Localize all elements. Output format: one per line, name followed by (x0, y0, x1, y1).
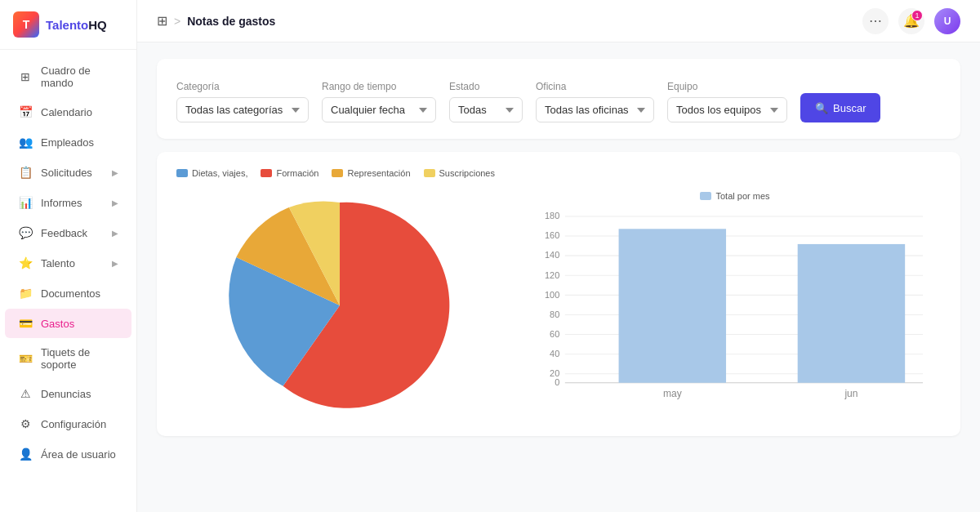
pie-chart-section (176, 191, 503, 420)
search-icon: 🔍 (815, 102, 828, 114)
svg-text:jun: jun (844, 388, 858, 399)
chevron-icon: ▶ (112, 168, 118, 177)
svg-text:160: 160 (545, 230, 559, 240)
svg-text:0: 0 (555, 377, 559, 387)
nav-icon-informes: 📊 (18, 195, 33, 210)
nav-label-calendario: Calendario (41, 106, 92, 118)
notification-badge: 1 (911, 10, 923, 21)
sidebar-item-talento[interactable]: ⭐ Talento ▶ (5, 248, 131, 278)
sidebar-item-area[interactable]: 👤 Área de usuario (5, 439, 131, 469)
svg-text:120: 120 (545, 270, 559, 280)
estado-select[interactable]: Todas (449, 97, 523, 122)
categoria-select[interactable]: Todas las categorías (176, 97, 309, 122)
sidebar-item-calendario[interactable]: 📅 Calendario (5, 97, 131, 127)
search-label: Buscar (833, 102, 866, 114)
legend-dot-representacion (332, 169, 343, 177)
nav-label-solicitudes: Solicitudes (41, 167, 92, 179)
sidebar-nav: ⊞ Cuadro de mando 📅 Calendario 👥 Emplead… (0, 53, 136, 512)
bar-legend-dot (700, 192, 711, 200)
svg-text:may: may (663, 388, 682, 399)
svg-text:140: 140 (545, 250, 559, 260)
legend-dot-formacion (261, 169, 272, 177)
equipo-group: Equipo Todos los equipos (667, 81, 787, 122)
sidebar-item-tiquets[interactable]: 🎫 Tiquets de soporte (5, 339, 131, 378)
legend-item-representacion: Representación (332, 168, 410, 178)
equipo-label: Equipo (667, 81, 787, 92)
legend-item-suscripciones: Suscripciones (424, 168, 495, 178)
topbar-left: ⊞ > Notas de gastos (157, 13, 275, 29)
topbar: ⊞ > Notas de gastos ⋯ 🔔 1 U (137, 0, 980, 42)
nav-icon-denuncias: ⚠ (18, 386, 33, 401)
legend-label-dietas: Dietas, viajes, (192, 168, 247, 178)
chevron-icon: ▶ (112, 198, 118, 207)
main-content: ⊞ > Notas de gastos ⋯ 🔔 1 U Categoría To… (137, 0, 980, 512)
more-options-button[interactable]: ⋯ (862, 8, 889, 34)
pie-chart (225, 191, 454, 420)
nav-icon-talento: ⭐ (18, 256, 33, 270)
rango-select[interactable]: Cualquier fecha (322, 97, 436, 122)
nav-label-denuncias: Denuncias (41, 388, 91, 400)
sidebar-item-configuracion[interactable]: ⚙ Configuración (5, 409, 131, 439)
bar-may (619, 229, 726, 382)
bar-legend-label: Total por mes (715, 191, 769, 201)
nav-icon-area: 👤 (18, 447, 33, 461)
sidebar-item-empleados[interactable]: 👥 Empleados (5, 127, 131, 157)
sidebar-item-gastos[interactable]: 💳 Gastos (5, 309, 131, 338)
nav-label-documentos: Documentos (41, 287, 100, 300)
estado-label: Estado (449, 81, 523, 92)
legend-dot-dietas (176, 169, 188, 177)
nav-label-cuadro: Cuadro de mando (41, 65, 118, 89)
legend-item-formacion: Formación (261, 168, 318, 178)
bar-jun (798, 244, 905, 383)
sidebar-item-solicitudes[interactable]: 📋 Solicitudes ▶ (5, 158, 131, 187)
content-area: Categoría Todas las categorías Rango de … (137, 42, 980, 512)
estado-group: Estado Todas (449, 81, 523, 122)
avatar[interactable]: U (934, 8, 960, 34)
nav-label-empleados: Empleados (41, 136, 94, 149)
sidebar-item-cuadro[interactable]: ⊞ Cuadro de mando (5, 57, 131, 96)
oficina-group: Oficina Todas las oficinas (536, 81, 654, 122)
charts-layout: Total por mes (176, 191, 941, 420)
breadcrumb-separator: > (174, 15, 180, 28)
notifications-button[interactable]: 🔔 1 (898, 8, 924, 34)
logo-icon: T (13, 11, 39, 38)
chevron-icon: ▶ (112, 229, 118, 238)
sidebar-item-denuncias[interactable]: ⚠ Denuncias (5, 379, 131, 408)
nav-icon-documentos: 📁 (18, 286, 33, 301)
oficina-label: Oficina (536, 81, 654, 92)
nav-icon-calendario: 📅 (18, 105, 33, 119)
nav-icon-solicitudes: 📋 (18, 165, 33, 180)
sidebar-item-documentos[interactable]: 📁 Documentos (5, 278, 131, 308)
bar-chart-legend: Total por mes (529, 191, 941, 201)
categoria-group: Categoría Todas las categorías (176, 81, 309, 122)
svg-text:20: 20 (550, 368, 559, 378)
pie-svg (225, 191, 454, 420)
nav-label-informes: Informes (41, 197, 82, 209)
nav-icon-configuracion: ⚙ (18, 416, 33, 431)
categoria-label: Categoría (176, 81, 309, 92)
nav-label-gastos: Gastos (41, 318, 74, 330)
rango-label: Rango de tiempo (322, 81, 436, 92)
svg-text:40: 40 (550, 349, 559, 358)
nav-label-talento: Talento (41, 257, 75, 269)
legend-label-formacion: Formación (276, 168, 318, 178)
nav-icon-cuadro: ⊞ (18, 69, 33, 84)
oficina-select[interactable]: Todas las oficinas (536, 97, 654, 122)
filter-card: Categoría Todas las categorías Rango de … (157, 59, 960, 139)
search-button[interactable]: 🔍 Buscar (800, 93, 880, 122)
sidebar-item-feedback[interactable]: 💬 Feedback ▶ (5, 218, 131, 247)
nav-icon-feedback: 💬 (18, 225, 33, 240)
legend-label-suscripciones: Suscripciones (439, 168, 495, 178)
svg-text:100: 100 (545, 290, 559, 300)
charts-card: Dietas, viajes,FormaciónRepresentaciónSu… (157, 152, 960, 436)
bar-svg: 0 20 40 60 80 100 120 140 160 180 (529, 207, 941, 404)
sidebar-item-informes[interactable]: 📊 Informes ▶ (5, 188, 131, 217)
equipo-select[interactable]: Todos los equipos (667, 97, 787, 122)
svg-text:180: 180 (545, 211, 559, 220)
legend-dot-suscripciones (424, 169, 435, 177)
filter-row: Categoría Todas las categorías Rango de … (176, 75, 941, 122)
chevron-icon: ▶ (112, 259, 118, 268)
logo[interactable]: T TalentoHQ (0, 0, 136, 50)
chart-legend: Dietas, viajes,FormaciónRepresentaciónSu… (176, 168, 941, 178)
nav-label-feedback: Feedback (41, 227, 87, 239)
